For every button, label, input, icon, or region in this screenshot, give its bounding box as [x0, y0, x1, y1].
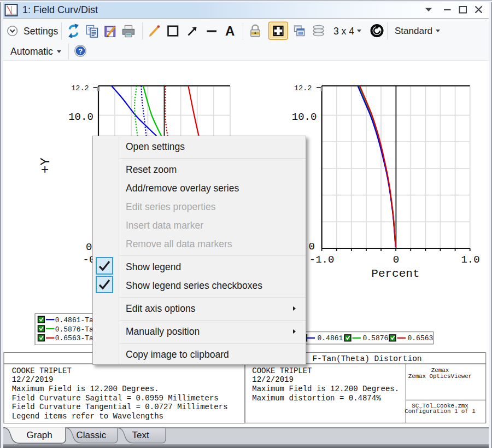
svg-text:0: 0 — [86, 241, 92, 253]
svg-text:Zemax: Zemax — [431, 367, 449, 374]
svg-text:12/2/2019: 12/2/2019 — [252, 375, 294, 384]
svg-text:Field Curvature Sagittal = 0.0: Field Curvature Sagittal = 0.0959 Millim… — [12, 394, 219, 403]
svg-text:0.5876: 0.5876 — [363, 334, 389, 342]
svg-text:12/2/2019: 12/2/2019 — [12, 375, 54, 384]
svg-text:A: A — [225, 24, 235, 38]
svg-text:Field Curvature Tangential = 0: Field Curvature Tangential = 0.0727 Mill… — [12, 403, 228, 411]
svg-text:-1.0: -1.0 — [309, 254, 335, 266]
svg-text:Zemax OpticsViewer: Zemax OpticsViewer — [408, 373, 472, 380]
svg-text:Legend items refer to Waveleng: Legend items refer to Wavelengths — [12, 412, 163, 421]
svg-text:COOKE TRIPLET: COOKE TRIPLET — [12, 366, 72, 375]
svg-text:10.0: 10.0 — [68, 111, 93, 123]
svg-text:Maximum Field is 12.200 Degree: Maximum Field is 12.200 Degrees. — [12, 385, 159, 393]
svg-text:0: 0 — [393, 254, 399, 266]
svg-text:?: ? — [78, 47, 83, 55]
svg-text:10.0: 10.0 — [292, 111, 317, 123]
svg-text:0: 0 — [309, 241, 315, 253]
svg-text:0.6563: 0.6563 — [408, 334, 434, 342]
svg-text:COOKE TRIPLET: COOKE TRIPLET — [252, 366, 312, 375]
svg-text:Percent: Percent — [371, 267, 419, 280]
svg-text:12.2: 12.2 — [294, 84, 312, 92]
svg-text:Maximum Field is 12.200 Degree: Maximum Field is 12.200 Degrees. — [252, 385, 399, 393]
svg-text:0.4861: 0.4861 — [318, 334, 343, 342]
svg-text:Configuration 1 of 1: Configuration 1 of 1 — [405, 408, 476, 415]
svg-text:F-Tan(Theta) Distortion: F-Tan(Theta) Distortion — [312, 354, 421, 363]
svg-text:+Y: +Y — [38, 158, 53, 173]
svg-text:12.2: 12.2 — [71, 84, 89, 92]
svg-text:Maximum distortion = 0.4874%: Maximum distortion = 0.4874% — [252, 394, 381, 403]
svg-text:1.0: 1.0 — [461, 254, 479, 266]
